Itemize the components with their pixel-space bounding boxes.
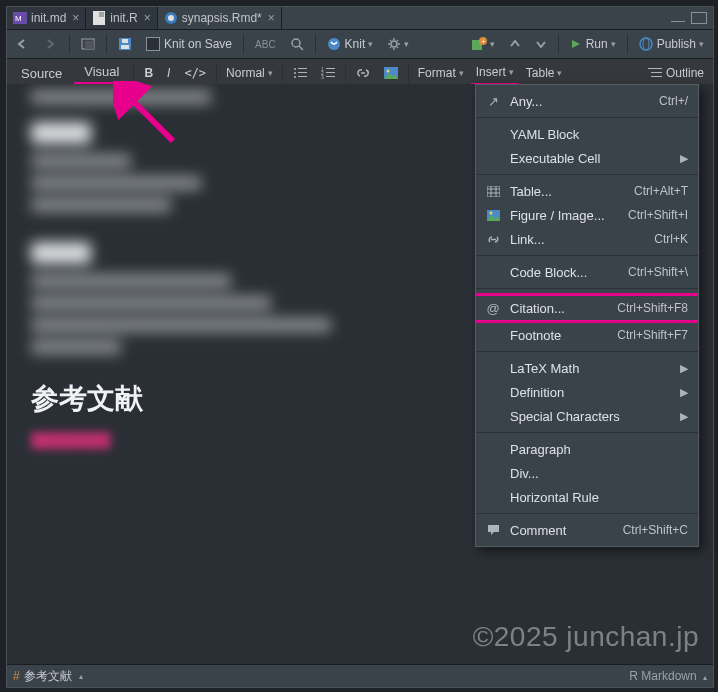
source-mode-tab[interactable]: Source (11, 63, 72, 84)
format-label: Format (418, 66, 456, 80)
close-icon[interactable]: × (144, 11, 151, 25)
outline-toggle[interactable]: Outline (643, 62, 709, 84)
insert-chunk-button[interactable]: +▾ (466, 33, 500, 55)
menu-yaml-block[interactable]: YAML Block (476, 122, 698, 146)
tab-bar: M init.md × init.R × synapsis.Rmd* × (7, 7, 713, 30)
go-to-prev-button[interactable] (504, 33, 526, 55)
svg-text:+: + (481, 37, 486, 46)
editor-window: M init.md × init.R × synapsis.Rmd* × Kni… (6, 6, 714, 688)
file-type-indicator[interactable]: R Markdown ▴ (629, 669, 707, 683)
svg-line-12 (299, 46, 303, 50)
at-icon: @ (484, 301, 502, 316)
run-label: Run (586, 37, 608, 51)
svg-point-33 (386, 70, 389, 73)
insert-dropdown: ↗Any...Ctrl+/ YAML Block Executable Cell… (475, 84, 699, 547)
insert-menu[interactable]: Insert▾ (471, 61, 519, 86)
svg-rect-10 (122, 39, 128, 43)
bullet-list-button[interactable] (287, 60, 313, 86)
code-button[interactable]: </> (178, 60, 212, 86)
svg-rect-37 (487, 186, 500, 197)
settings-button[interactable]: ▾ (382, 33, 414, 55)
run-button[interactable]: Run▾ (565, 33, 621, 55)
go-to-next-button[interactable] (530, 33, 552, 55)
menu-hr[interactable]: Horizontal Rule (476, 485, 698, 509)
link-icon (484, 233, 502, 246)
close-icon[interactable]: × (72, 11, 79, 25)
menu-table[interactable]: Table...Ctrl+Alt+T (476, 179, 698, 203)
svg-point-19 (643, 38, 649, 50)
knit-on-save-label: Knit on Save (164, 37, 232, 51)
tab-synapsis-rmd[interactable]: synapsis.Rmd* × (158, 7, 282, 29)
menu-any[interactable]: ↗Any...Ctrl+/ (476, 89, 698, 113)
spellcheck-button[interactable]: ABC (250, 33, 281, 55)
tab-label: synapsis.Rmd* (182, 11, 262, 25)
table-menu[interactable]: Table▾ (521, 62, 568, 84)
show-in-new-window-button[interactable] (76, 33, 100, 55)
paragraph-style-dropdown[interactable]: Normal▾ (221, 62, 278, 84)
svg-rect-36 (651, 76, 662, 77)
chevron-icon: ▴ (703, 673, 707, 682)
breadcrumb[interactable]: # 参考文献 ▴ (13, 668, 83, 685)
knit-button[interactable]: Knit▾ (322, 33, 379, 55)
numbered-list-button[interactable]: 123 (315, 60, 341, 86)
menu-special-chars[interactable]: Special Characters▶ (476, 404, 698, 428)
tab-init-r[interactable]: init.R × (86, 7, 157, 29)
breadcrumb-label: 参考文献 (24, 668, 72, 685)
save-button[interactable] (113, 33, 137, 55)
menu-latex[interactable]: LaTeX Math▶ (476, 356, 698, 380)
status-bar: # 参考文献 ▴ R Markdown ▴ (7, 664, 713, 687)
submenu-arrow-icon: ▶ (680, 386, 688, 399)
menu-comment[interactable]: CommentCtrl+Shift+C (476, 518, 698, 542)
visual-mode-tab[interactable]: Visual (74, 61, 129, 85)
forward-button[interactable] (39, 33, 63, 55)
menu-citation[interactable]: @Citation...Ctrl+Shift+F8 (476, 293, 698, 323)
mode-label: R Markdown (629, 669, 696, 683)
table-icon (484, 186, 502, 197)
knit-on-save-toggle[interactable]: Knit on Save (141, 33, 237, 55)
format-menu[interactable]: Format▾ (413, 62, 469, 84)
link-button[interactable] (350, 60, 376, 86)
menu-definition[interactable]: Definition▶ (476, 380, 698, 404)
svg-rect-3 (99, 12, 104, 17)
normal-label: Normal (226, 66, 265, 80)
find-button[interactable] (285, 33, 309, 55)
svg-text:M: M (15, 14, 22, 23)
svg-rect-27 (326, 68, 335, 69)
menu-figure[interactable]: Figure / Image...Ctrl+Shift+I (476, 203, 698, 227)
minimize-icon[interactable] (671, 20, 685, 22)
svg-point-24 (294, 76, 296, 78)
submenu-arrow-icon: ▶ (680, 410, 688, 423)
svg-point-22 (294, 72, 296, 74)
svg-point-5 (168, 15, 174, 21)
image-icon (484, 210, 502, 221)
knit-label: Knit (345, 37, 366, 51)
close-icon[interactable]: × (268, 11, 275, 25)
submenu-arrow-icon: ▶ (680, 362, 688, 375)
menu-link[interactable]: Link...Ctrl+K (476, 227, 698, 251)
rmd-file-icon (164, 11, 178, 25)
maximize-icon[interactable] (691, 12, 707, 24)
menu-executable-cell[interactable]: Executable Cell▶ (476, 146, 698, 170)
tab-init-md[interactable]: M init.md × (7, 7, 86, 29)
svg-point-20 (294, 68, 296, 70)
checkbox-icon (146, 37, 160, 51)
menu-code-block[interactable]: Code Block...Ctrl+Shift+\ (476, 260, 698, 284)
image-button[interactable] (378, 60, 404, 86)
svg-rect-25 (298, 76, 307, 77)
svg-point-11 (292, 39, 300, 47)
tab-label: init.R (110, 11, 137, 25)
svg-rect-29 (326, 72, 335, 73)
back-button[interactable] (11, 33, 35, 55)
publish-button[interactable]: Publish▾ (634, 33, 709, 55)
bold-button[interactable]: B (138, 60, 159, 86)
menu-footnote[interactable]: FootnoteCtrl+Shift+F7 (476, 323, 698, 347)
menu-paragraph[interactable]: Paragraph (476, 437, 698, 461)
italic-button[interactable]: I (161, 60, 176, 86)
menu-div[interactable]: Div... (476, 461, 698, 485)
table-label: Table (526, 66, 555, 80)
svg-rect-9 (121, 45, 129, 49)
svg-text:3: 3 (321, 74, 324, 79)
tab-label: init.md (31, 11, 66, 25)
svg-rect-35 (651, 72, 662, 73)
markdown-icon: M (13, 11, 27, 25)
